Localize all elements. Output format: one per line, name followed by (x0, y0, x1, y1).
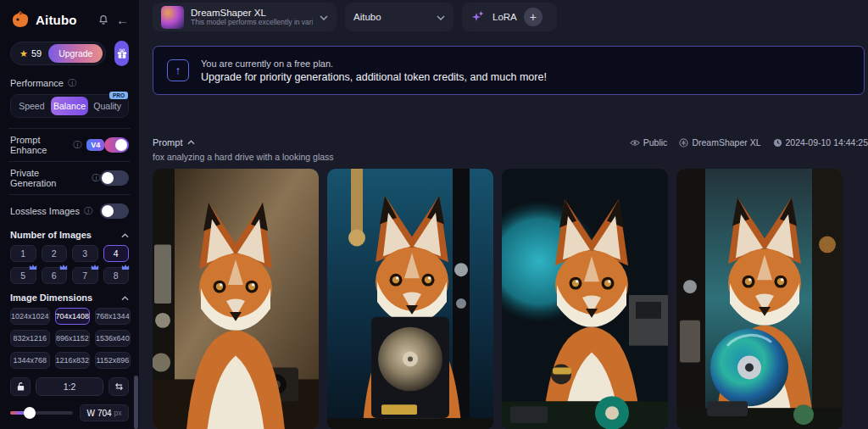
sidebar-scrollbar[interactable] (134, 376, 138, 429)
width-slider-thumb[interactable] (24, 407, 36, 419)
credits-row: ★ 59 Upgrade (10, 41, 129, 66)
dim-896x1152[interactable]: 896x1152 (55, 330, 91, 347)
credit-count: 59 (31, 48, 42, 58)
num-images-2[interactable]: 2 (42, 245, 68, 262)
dim-1536x640[interactable]: 1536x640 (95, 330, 131, 347)
num-images-5[interactable]: 5 (10, 267, 36, 284)
info-icon: ⓘ (68, 77, 76, 89)
eye-icon (630, 139, 640, 147)
model-name: DreamShaper XL (191, 8, 313, 18)
dim-1024x1024[interactable]: 1024x1024 (10, 308, 50, 325)
upgrade-button[interactable]: Upgrade (48, 44, 103, 63)
model-toolbar: DreamShaper XL This model performs excel… (153, 0, 868, 31)
lock-ratio-button[interactable] (10, 377, 31, 396)
lossless-images-toggle[interactable] (100, 203, 129, 219)
notifications-bell-icon[interactable] (97, 14, 109, 25)
image-dimensions-grid: 1024x1024 704x1408 768x1344 832x1216 896… (10, 308, 129, 369)
premium-crown-icon (121, 264, 130, 270)
number-of-images-header[interactable]: Number of Images (10, 230, 129, 240)
chevron-up-icon (187, 140, 195, 145)
clock-icon (773, 138, 782, 148)
prompt-enhance-version-badge[interactable]: V4 (86, 139, 104, 151)
model-description: This model performs excellently in vario… (191, 18, 313, 26)
dim-832x1216[interactable]: 832x1216 (10, 330, 50, 347)
sidebar-header: Aitubo ← (10, 7, 129, 32)
num-images-6[interactable]: 6 (42, 267, 68, 284)
gift-icon (116, 47, 128, 59)
performance-option-speed[interactable]: Speed (13, 97, 51, 115)
width-slider[interactable] (10, 411, 73, 415)
divider (8, 161, 131, 162)
visibility-status: Public (630, 137, 668, 148)
sidebar: Aitubo ← ★ 59 Upgrade Performanceⓘ Speed… (0, 0, 139, 429)
pro-badge: PRO (109, 92, 128, 99)
num-images-8[interactable]: 8 (103, 267, 130, 284)
prompt-enhance-toggle[interactable] (104, 137, 129, 153)
aspect-ratio-value[interactable]: 1:2 (36, 377, 103, 396)
dim-704x1408[interactable]: 704x1408 (55, 308, 91, 325)
chevron-down-icon (437, 12, 445, 22)
performance-option-balance[interactable]: Balance (51, 97, 89, 115)
width-value: W704px (80, 404, 129, 421)
prompt-enhance-row: Prompt Enhance ⓘ V4 (10, 136, 129, 153)
lora-selector[interactable]: LoRA + (462, 3, 557, 31)
info-icon: ⓘ (84, 205, 92, 217)
num-images-3[interactable]: 3 (72, 245, 98, 262)
lora-label: LoRA (492, 12, 517, 22)
sparkles-icon (470, 9, 486, 25)
premium-crown-icon (91, 264, 99, 270)
star-icon: ★ (19, 48, 28, 59)
collapse-sidebar-arrow-icon[interactable]: ← (116, 13, 129, 27)
add-lora-button[interactable]: + (524, 8, 542, 26)
swap-icon (114, 382, 124, 391)
num-images-4[interactable]: 4 (103, 245, 130, 262)
unlock-icon (16, 382, 25, 392)
prompt-text: fox analyzing a hard drive with a lookin… (153, 152, 868, 162)
token-credits: ★ 59 Upgrade (10, 42, 106, 65)
generated-images-row (153, 169, 868, 429)
lossless-images-row: Lossless Images ⓘ (10, 203, 129, 220)
generated-image-4[interactable] (676, 169, 843, 429)
swap-dimensions-button[interactable] (108, 377, 129, 396)
performance-segmented-control: Speed Balance Quality PRO (10, 94, 129, 118)
app-title: Aitubo (36, 13, 91, 27)
aitubo-logo-icon (10, 9, 31, 30)
divider (8, 194, 131, 195)
aspect-ratio-row: 1:2 (10, 377, 129, 396)
banner-line1: You are currently on a free plan. (201, 58, 547, 69)
num-images-1[interactable]: 1 (10, 245, 36, 262)
number-of-images-grid: 1 2 3 4 5 6 7 8 (10, 245, 129, 284)
model-badge-icon (679, 138, 688, 148)
gift-button[interactable] (114, 41, 129, 66)
prompt-collapse-toggle[interactable]: Prompt (153, 137, 195, 148)
generated-image-1[interactable] (153, 169, 319, 429)
info-icon: ⓘ (92, 172, 100, 184)
prompt-header-row: Prompt Public DreamShaper XL 2024-09-10 … (153, 137, 868, 148)
private-generation-toggle[interactable] (100, 170, 129, 186)
width-slider-row: W704px (10, 404, 129, 421)
chevron-up-icon (121, 292, 129, 303)
dim-1152x896[interactable]: 1152x896 (95, 352, 131, 369)
generated-image-2[interactable] (327, 169, 493, 429)
model-selector[interactable]: DreamShaper XL This model performs excel… (153, 3, 337, 31)
provider-selector[interactable]: Aitubo (345, 3, 453, 31)
dim-768x1344[interactable]: 768x1344 (95, 308, 131, 325)
divider (8, 128, 131, 129)
info-icon: ⓘ (73, 139, 81, 151)
dim-1344x768[interactable]: 1344x768 (10, 352, 50, 369)
generation-meta: Public DreamShaper XL 2024-09-10 14:44:2… (630, 137, 868, 148)
performance-option-quality[interactable]: Quality PRO (88, 97, 126, 115)
performance-section-label: Performanceⓘ (10, 77, 129, 89)
meta-timestamp: 2024-09-10 14:44:25 (773, 137, 868, 148)
premium-crown-icon (29, 264, 37, 270)
banner-line2: Upgrade for priority generations, additi… (201, 71, 547, 83)
model-thumbnail (161, 6, 184, 29)
dim-1216x832[interactable]: 1216x832 (55, 352, 91, 369)
premium-crown-icon (59, 264, 68, 270)
num-images-7[interactable]: 7 (72, 267, 98, 284)
chevron-down-icon (320, 11, 328, 23)
image-dimensions-header[interactable]: Image Dimensions (10, 292, 129, 303)
chevron-up-icon (121, 230, 129, 240)
generated-image-3[interactable] (502, 169, 668, 429)
free-plan-banner: ↑ You are currently on a free plan. Upgr… (153, 46, 865, 95)
